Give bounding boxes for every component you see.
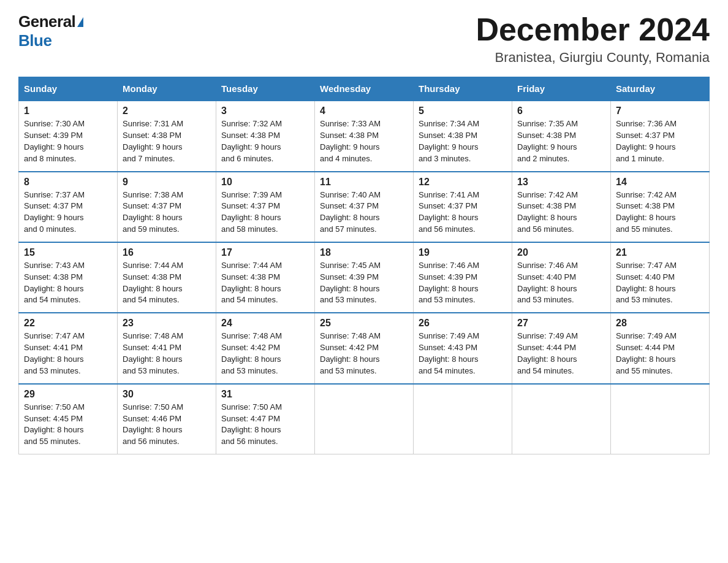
day-info: Sunrise: 7:44 AM Sunset: 4:38 PM Dayligh… [221, 260, 309, 306]
col-header-saturday: Saturday [611, 77, 710, 101]
calendar-cell: 12Sunrise: 7:41 AM Sunset: 4:37 PM Dayli… [414, 172, 512, 242]
day-number: 12 [419, 177, 507, 188]
calendar-cell: 11Sunrise: 7:40 AM Sunset: 4:37 PM Dayli… [315, 172, 414, 242]
calendar-cell: 22Sunrise: 7:47 AM Sunset: 4:41 PM Dayli… [19, 313, 118, 383]
week-row: 1Sunrise: 7:30 AM Sunset: 4:39 PM Daylig… [19, 101, 710, 171]
day-info: Sunrise: 7:32 AM Sunset: 4:38 PM Dayligh… [221, 118, 309, 164]
day-number: 15 [24, 247, 112, 258]
col-header-sunday: Sunday [19, 77, 118, 101]
day-info: Sunrise: 7:30 AM Sunset: 4:39 PM Dayligh… [24, 118, 112, 164]
col-header-friday: Friday [512, 77, 611, 101]
day-info: Sunrise: 7:47 AM Sunset: 4:40 PM Dayligh… [616, 260, 704, 306]
logo-blue-text: Blue [18, 31, 51, 50]
day-info: Sunrise: 7:34 AM Sunset: 4:38 PM Dayligh… [419, 118, 507, 164]
day-number: 16 [123, 247, 211, 258]
day-number: 26 [419, 318, 507, 329]
page-header: General Blue December 2024 Branistea, Gi… [18, 12, 710, 66]
day-info: Sunrise: 7:40 AM Sunset: 4:37 PM Dayligh… [320, 190, 408, 236]
calendar-cell: 14Sunrise: 7:42 AM Sunset: 4:38 PM Dayli… [611, 172, 710, 242]
calendar-cell: 26Sunrise: 7:49 AM Sunset: 4:43 PM Dayli… [414, 313, 512, 383]
day-number: 28 [616, 318, 704, 329]
week-row: 29Sunrise: 7:50 AM Sunset: 4:45 PM Dayli… [19, 384, 710, 454]
day-info: Sunrise: 7:46 AM Sunset: 4:39 PM Dayligh… [419, 260, 507, 306]
calendar-cell: 9Sunrise: 7:38 AM Sunset: 4:37 PM Daylig… [118, 172, 216, 242]
calendar-cell: 17Sunrise: 7:44 AM Sunset: 4:38 PM Dayli… [216, 242, 315, 313]
day-number: 8 [24, 177, 112, 188]
calendar-cell: 3Sunrise: 7:32 AM Sunset: 4:38 PM Daylig… [216, 101, 315, 171]
calendar-cell: 10Sunrise: 7:39 AM Sunset: 4:37 PM Dayli… [216, 172, 315, 242]
calendar-cell: 18Sunrise: 7:45 AM Sunset: 4:39 PM Dayli… [315, 242, 414, 313]
day-info: Sunrise: 7:44 AM Sunset: 4:38 PM Dayligh… [123, 260, 211, 306]
day-info: Sunrise: 7:48 AM Sunset: 4:41 PM Dayligh… [123, 331, 211, 377]
day-number: 11 [320, 177, 408, 188]
calendar-cell: 1Sunrise: 7:30 AM Sunset: 4:39 PM Daylig… [19, 101, 118, 171]
day-info: Sunrise: 7:50 AM Sunset: 4:46 PM Dayligh… [123, 402, 211, 448]
calendar-cell: 23Sunrise: 7:48 AM Sunset: 4:41 PM Dayli… [118, 313, 216, 383]
day-info: Sunrise: 7:35 AM Sunset: 4:38 PM Dayligh… [517, 118, 605, 164]
day-number: 25 [320, 318, 408, 329]
day-number: 10 [221, 177, 309, 188]
logo-triangle-icon [77, 17, 83, 27]
day-number: 14 [616, 177, 704, 188]
calendar-cell: 6Sunrise: 7:35 AM Sunset: 4:38 PM Daylig… [512, 101, 611, 171]
week-row: 8Sunrise: 7:37 AM Sunset: 4:37 PM Daylig… [19, 172, 710, 242]
calendar-table: SundayMondayTuesdayWednesdayThursdayFrid… [18, 77, 710, 454]
day-number: 13 [517, 177, 605, 188]
day-number: 9 [123, 177, 211, 188]
day-number: 7 [616, 105, 704, 117]
calendar-cell: 27Sunrise: 7:49 AM Sunset: 4:44 PM Dayli… [512, 313, 611, 383]
day-info: Sunrise: 7:50 AM Sunset: 4:45 PM Dayligh… [24, 402, 112, 448]
day-info: Sunrise: 7:33 AM Sunset: 4:38 PM Dayligh… [320, 118, 408, 164]
day-number: 31 [221, 389, 309, 400]
day-number: 20 [517, 247, 605, 258]
week-row: 22Sunrise: 7:47 AM Sunset: 4:41 PM Dayli… [19, 313, 710, 383]
col-header-tuesday: Tuesday [216, 77, 315, 101]
day-number: 21 [616, 247, 704, 258]
day-number: 27 [517, 318, 605, 329]
day-info: Sunrise: 7:49 AM Sunset: 4:44 PM Dayligh… [517, 331, 605, 377]
calendar-cell: 8Sunrise: 7:37 AM Sunset: 4:37 PM Daylig… [19, 172, 118, 242]
day-number: 19 [419, 247, 507, 258]
subtitle: Branistea, Giurgiu County, Romania [476, 50, 710, 66]
day-info: Sunrise: 7:46 AM Sunset: 4:40 PM Dayligh… [517, 260, 605, 306]
day-number: 18 [320, 247, 408, 258]
day-number: 1 [24, 105, 112, 117]
calendar-cell: 24Sunrise: 7:48 AM Sunset: 4:42 PM Dayli… [216, 313, 315, 383]
day-info: Sunrise: 7:41 AM Sunset: 4:37 PM Dayligh… [419, 190, 507, 236]
day-info: Sunrise: 7:47 AM Sunset: 4:41 PM Dayligh… [24, 331, 112, 377]
calendar-cell: 13Sunrise: 7:42 AM Sunset: 4:38 PM Dayli… [512, 172, 611, 242]
calendar-cell: 30Sunrise: 7:50 AM Sunset: 4:46 PM Dayli… [118, 384, 216, 454]
day-info: Sunrise: 7:31 AM Sunset: 4:38 PM Dayligh… [123, 118, 211, 164]
logo: General Blue [18, 12, 83, 50]
day-info: Sunrise: 7:48 AM Sunset: 4:42 PM Dayligh… [320, 331, 408, 377]
logo-general-text: General [18, 12, 75, 31]
day-info: Sunrise: 7:50 AM Sunset: 4:47 PM Dayligh… [221, 402, 309, 448]
calendar-cell: 15Sunrise: 7:43 AM Sunset: 4:38 PM Dayli… [19, 242, 118, 313]
calendar-cell: 29Sunrise: 7:50 AM Sunset: 4:45 PM Dayli… [19, 384, 118, 454]
day-info: Sunrise: 7:49 AM Sunset: 4:43 PM Dayligh… [419, 331, 507, 377]
title-block: December 2024 Branistea, Giurgiu County,… [476, 12, 710, 66]
day-info: Sunrise: 7:49 AM Sunset: 4:44 PM Dayligh… [616, 331, 704, 377]
calendar-cell: 16Sunrise: 7:44 AM Sunset: 4:38 PM Dayli… [118, 242, 216, 313]
calendar-cell: 19Sunrise: 7:46 AM Sunset: 4:39 PM Dayli… [414, 242, 512, 313]
calendar-cell: 2Sunrise: 7:31 AM Sunset: 4:38 PM Daylig… [118, 101, 216, 171]
calendar-cell: 5Sunrise: 7:34 AM Sunset: 4:38 PM Daylig… [414, 101, 512, 171]
calendar-cell: 28Sunrise: 7:49 AM Sunset: 4:44 PM Dayli… [611, 313, 710, 383]
calendar-cell: 25Sunrise: 7:48 AM Sunset: 4:42 PM Dayli… [315, 313, 414, 383]
day-number: 23 [123, 318, 211, 329]
col-header-monday: Monday [118, 77, 216, 101]
calendar-cell: 7Sunrise: 7:36 AM Sunset: 4:37 PM Daylig… [611, 101, 710, 171]
day-number: 3 [221, 105, 309, 117]
calendar-cell [611, 384, 710, 454]
calendar-cell [512, 384, 611, 454]
day-number: 29 [24, 389, 112, 400]
calendar-cell: 20Sunrise: 7:46 AM Sunset: 4:40 PM Dayli… [512, 242, 611, 313]
calendar-cell: 4Sunrise: 7:33 AM Sunset: 4:38 PM Daylig… [315, 101, 414, 171]
day-number: 4 [320, 105, 408, 117]
day-info: Sunrise: 7:36 AM Sunset: 4:37 PM Dayligh… [616, 118, 704, 164]
day-number: 6 [517, 105, 605, 117]
day-info: Sunrise: 7:48 AM Sunset: 4:42 PM Dayligh… [221, 331, 309, 377]
calendar-cell [315, 384, 414, 454]
calendar-cell: 21Sunrise: 7:47 AM Sunset: 4:40 PM Dayli… [611, 242, 710, 313]
week-row: 15Sunrise: 7:43 AM Sunset: 4:38 PM Dayli… [19, 242, 710, 313]
